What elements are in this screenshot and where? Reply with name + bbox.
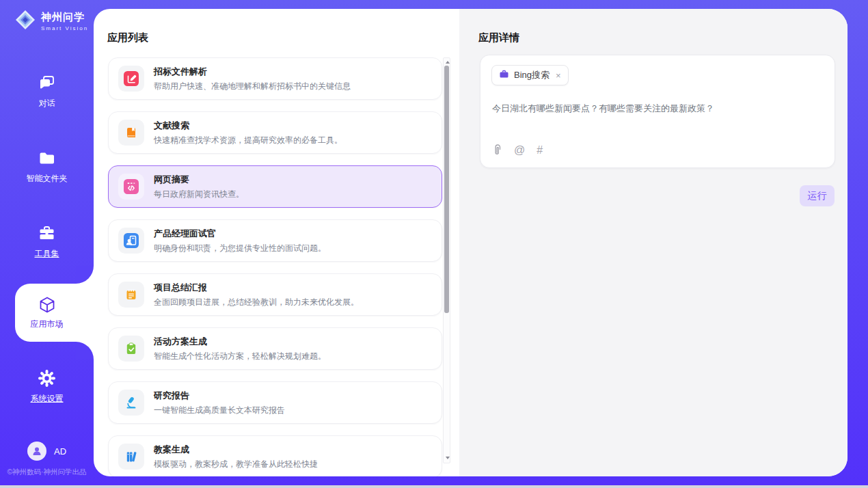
sidebar-item-1[interactable]: 智能文件夹 bbox=[0, 149, 94, 185]
briefcase-icon bbox=[499, 69, 509, 82]
app-list-title: 应用列表 bbox=[107, 31, 148, 44]
app-card-title: 招标文件解析 bbox=[154, 66, 351, 78]
tool-tag-bing-search[interactable]: Bing搜索 × bbox=[491, 65, 569, 85]
folder-icon bbox=[38, 149, 56, 167]
app-card[interactable]: 产品经理面试官明确身份和职责，为您提供专业性的面试问题。 bbox=[108, 219, 442, 262]
app-card-title: 文献搜索 bbox=[154, 120, 342, 132]
sidebar-item-label: 系统设置 bbox=[31, 393, 64, 405]
app-list: 招标文件解析帮助用户快速、准确地理解和解析招标书中的关键信息文献搜索快速精准查找… bbox=[108, 57, 442, 476]
tool-tag-label: Bing搜索 bbox=[514, 69, 550, 81]
sidebar-item-3[interactable]: 应用市场 bbox=[0, 284, 94, 342]
scroll-up-arrow-icon[interactable] bbox=[444, 59, 450, 66]
brand-tagline: Smart Vision bbox=[41, 25, 88, 31]
app-card-desc: 全面回顾项目进展，总结经验教训，助力未来优化发展。 bbox=[154, 297, 359, 308]
app-card[interactable]: 项目总结汇报全面回顾项目进展，总结经验教训，助力未来优化发展。 bbox=[108, 273, 442, 316]
at-icon[interactable]: @ bbox=[514, 145, 525, 156]
sidebar-item-label: 智能文件夹 bbox=[27, 173, 68, 185]
sidebar: 神州问学 Smart Vision 对话智能文件夹工具集应用市场系统设置 AD … bbox=[0, 0, 94, 488]
note-icon bbox=[118, 282, 144, 308]
query-text[interactable]: 今日湖北有哪些新闻要点？有哪些需要关注的最新政策？ bbox=[492, 102, 823, 116]
app-card-title: 产品经理面试官 bbox=[154, 228, 326, 240]
app-window: 神州问学 Smart Vision 对话智能文件夹工具集应用市场系统设置 AD … bbox=[0, 0, 868, 488]
clipboard-check-icon bbox=[118, 336, 144, 362]
cube-icon bbox=[38, 295, 57, 314]
app-card[interactable]: 研究报告一键智能生成高质量长文本研究报告 bbox=[108, 381, 442, 424]
sidebar-item-label: 工具集 bbox=[35, 248, 59, 260]
diamond-logo-icon bbox=[15, 10, 36, 33]
scroll-down-arrow-icon[interactable] bbox=[444, 455, 450, 461]
app-card-desc: 智能生成个性化活动方案，轻松解决规划难题。 bbox=[154, 351, 326, 362]
user-name: AD bbox=[54, 446, 66, 457]
app-card-desc: 快速精准查找学术资源，提高研究效率的必备工具。 bbox=[154, 135, 342, 146]
books-icon bbox=[118, 444, 144, 470]
app-card[interactable]: 招标文件解析帮助用户快速、准确地理解和解析招标书中的关键信息 bbox=[108, 57, 442, 100]
brand-name: 神州问学 bbox=[41, 11, 88, 24]
hash-icon[interactable]: # bbox=[537, 145, 543, 156]
app-card-title: 项目总结汇报 bbox=[154, 282, 359, 294]
app-card-desc: 帮助用户快速、准确地理解和解析招标书中的关键信息 bbox=[154, 81, 351, 92]
main-content: 应用列表 招标文件解析帮助用户快速、准确地理解和解析招标书中的关键信息文献搜索快… bbox=[94, 9, 847, 476]
bottom-edge-strip bbox=[0, 485, 868, 488]
input-toolbar: @ # bbox=[492, 144, 543, 156]
sidebar-item-label: 应用市场 bbox=[31, 318, 64, 330]
browser-code-icon bbox=[118, 174, 144, 200]
app-card[interactable]: 文献搜索快速精准查找学术资源，提高研究效率的必备工具。 bbox=[108, 111, 442, 154]
chat-icon bbox=[38, 74, 56, 92]
sidebar-item-0[interactable]: 对话 bbox=[0, 74, 94, 109]
book-icon bbox=[118, 120, 144, 146]
toolbox-icon bbox=[38, 224, 56, 243]
research-icon bbox=[118, 390, 144, 416]
avatar[interactable] bbox=[27, 442, 46, 461]
sidebar-item-4[interactable]: 系统设置 bbox=[0, 369, 94, 405]
app-detail-title: 应用详情 bbox=[478, 31, 519, 44]
app-card[interactable]: 教案生成模板驱动，教案秒成，教学准备从此轻松快捷 bbox=[108, 435, 442, 476]
gear-icon bbox=[38, 369, 56, 388]
detail-card: Bing搜索 × 今日湖北有哪些新闻要点？有哪些需要关注的最新政策？ @ # bbox=[480, 55, 835, 168]
sidebar-item-label: 对话 bbox=[39, 98, 55, 109]
app-card-title: 活动方案生成 bbox=[154, 336, 326, 348]
app-card[interactable]: 网页摘要每日政府新闻资讯快查。 bbox=[108, 165, 442, 208]
sidebar-item-2[interactable]: 工具集 bbox=[0, 224, 94, 260]
app-card-title: 研究报告 bbox=[154, 390, 285, 402]
user-row[interactable]: AD bbox=[0, 442, 94, 461]
app-card-desc: 明确身份和职责，为您提供专业性的面试问题。 bbox=[154, 243, 326, 254]
app-card-title: 网页摘要 bbox=[154, 174, 244, 186]
list-scrollbar[interactable] bbox=[443, 57, 450, 463]
interview-icon bbox=[118, 228, 144, 254]
app-card-desc: 模板驱动，教案秒成，教学准备从此轻松快捷 bbox=[154, 459, 318, 470]
run-button[interactable]: 运行 bbox=[800, 185, 835, 206]
app-card-desc: 每日政府新闻资讯快查。 bbox=[154, 189, 244, 200]
close-icon[interactable]: × bbox=[554, 70, 561, 81]
app-card[interactable]: 活动方案生成智能生成个性化活动方案，轻松解决规划难题。 bbox=[108, 327, 442, 370]
sidebar-footer: ©神州数码·神州问学出品 bbox=[0, 467, 94, 477]
app-card-desc: 一键智能生成高质量长文本研究报告 bbox=[154, 405, 285, 416]
person-icon bbox=[31, 446, 42, 457]
app-detail-panel: 应用详情 Bing搜索 × 今日湖北有哪些新闻要点？有哪些需要关注的最新政策？ bbox=[459, 9, 847, 476]
scrollbar-thumb[interactable] bbox=[444, 66, 449, 313]
brand-logo: 神州问学 Smart Vision bbox=[15, 10, 88, 33]
app-card-title: 教案生成 bbox=[154, 444, 318, 456]
paperclip-icon[interactable] bbox=[492, 144, 502, 156]
edit-square-icon bbox=[118, 66, 144, 92]
